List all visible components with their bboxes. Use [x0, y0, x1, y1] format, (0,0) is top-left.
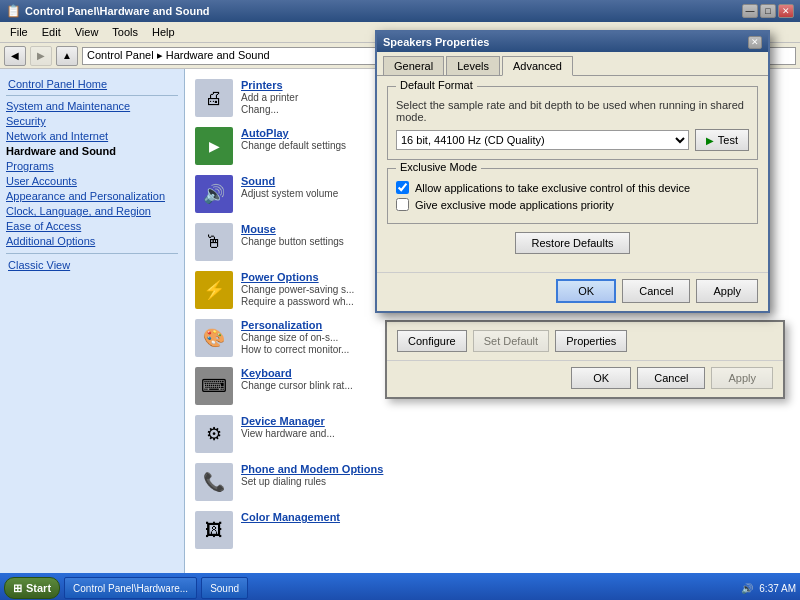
clock: 6:37 AM	[759, 583, 796, 594]
mouse-icon: 🖱	[195, 223, 233, 261]
properties-button[interactable]: Properties	[555, 330, 627, 352]
phone-icon: 📞	[195, 463, 233, 501]
device-manager-text: Device Manager View hardware and...	[241, 415, 790, 439]
taskbar-item-control-panel[interactable]: Control Panel\Hardware...	[64, 577, 197, 599]
default-format-desc: Select the sample rate and bit depth to …	[396, 99, 749, 123]
list-item[interactable]: 📞 Phone and Modem Options Set up dialing…	[191, 459, 794, 505]
set-default-button[interactable]: Set Default	[473, 330, 549, 352]
title-bar: 📋 Control Panel\Hardware and Sound — □ ✕	[0, 0, 800, 22]
default-format-title: Default Format	[396, 79, 477, 91]
speakers-tabs: General Levels Advanced	[377, 52, 768, 76]
sound-bottom-buttons: OK Cancel Apply	[387, 361, 783, 397]
speakers-dialog: Speakers Properties ✕ General Levels Adv…	[375, 30, 770, 313]
menu-file[interactable]: File	[4, 24, 34, 40]
default-format-content: Select the sample rate and bit depth to …	[396, 95, 749, 151]
sound-dialog-row: Configure Set Default Properties	[387, 322, 783, 361]
color-mgmt-text: Color Management	[241, 511, 790, 523]
device-manager-icon: ⚙	[195, 415, 233, 453]
tab-advanced[interactable]: Advanced	[502, 56, 573, 76]
forward-button[interactable]: ▶	[30, 46, 52, 66]
list-item[interactable]: 🖼 Color Management	[191, 507, 794, 553]
test-label: Test	[718, 134, 738, 146]
speakers-ok-button[interactable]: OK	[556, 279, 616, 303]
sidebar-item-network[interactable]: Network and Internet	[6, 130, 178, 142]
configure-button[interactable]: Configure	[397, 330, 467, 352]
phone-text: Phone and Modem Options Set up dialing r…	[241, 463, 790, 487]
start-button[interactable]: ⊞ Start	[4, 577, 60, 599]
speakers-apply-button[interactable]: Apply	[696, 279, 758, 303]
system-tray: 🔊	[741, 583, 753, 594]
list-item[interactable]: ⚙ Device Manager View hardware and...	[191, 411, 794, 457]
up-button[interactable]: ▲	[56, 46, 78, 66]
exclusive-check1-row: Allow applications to take exclusive con…	[396, 181, 749, 194]
maximize-button[interactable]: □	[760, 4, 776, 18]
tab-general[interactable]: General	[383, 56, 444, 75]
speakers-dialog-titlebar: Speakers Properties ✕	[377, 32, 768, 52]
device-manager-title[interactable]: Device Manager	[241, 415, 790, 427]
restore-defaults-button[interactable]: Restore Defaults	[515, 232, 631, 254]
speakers-dialog-buttons: OK Cancel Apply	[377, 272, 768, 311]
sound-apply-button[interactable]: Apply	[711, 367, 773, 389]
exclusive-mode-content: Allow applications to take exclusive con…	[396, 177, 749, 211]
exclusive-check1-label: Allow applications to take exclusive con…	[415, 182, 690, 194]
sidebar-divider-2	[6, 253, 178, 254]
default-format-group: Default Format Select the sample rate an…	[387, 86, 758, 160]
exclusive-mode-group: Exclusive Mode Allow applications to tak…	[387, 168, 758, 224]
sidebar-item-security[interactable]: Security	[6, 115, 178, 127]
sidebar-item-programs[interactable]: Programs	[6, 160, 178, 172]
printers-icon: 🖨	[195, 79, 233, 117]
speakers-dialog-title: Speakers Properties	[383, 36, 489, 48]
keyboard-icon: ⌨	[195, 367, 233, 405]
sidebar-item-clock[interactable]: Clock, Language, and Region	[6, 205, 178, 217]
app-icon: 📋	[6, 4, 21, 18]
phone-desc1: Set up dialing rules	[241, 476, 790, 487]
taskbar-item-sound[interactable]: Sound	[201, 577, 248, 599]
exclusive-mode-title: Exclusive Mode	[396, 161, 481, 173]
sidebar-item-appearance[interactable]: Appearance and Personalization	[6, 190, 178, 202]
window-controls: — □ ✕	[742, 4, 794, 18]
minimize-button[interactable]: —	[742, 4, 758, 18]
sound-cancel-button[interactable]: Cancel	[637, 367, 705, 389]
sound-ok-button[interactable]: OK	[571, 367, 631, 389]
exclusive-check2[interactable]	[396, 198, 409, 211]
sidebar-item-system[interactable]: System and Maintenance	[6, 100, 178, 112]
test-button[interactable]: ▶ Test	[695, 129, 749, 151]
start-label: Start	[26, 582, 51, 594]
sidebar-item-user-accounts[interactable]: User Accounts	[6, 175, 178, 187]
play-icon: ▶	[706, 135, 714, 146]
device-manager-desc1: View hardware and...	[241, 428, 790, 439]
personalization-icon: 🎨	[195, 319, 233, 357]
autoplay-icon: ▶	[195, 127, 233, 165]
start-icon: ⊞	[13, 582, 22, 595]
phone-title[interactable]: Phone and Modem Options	[241, 463, 790, 475]
sound-dialog-action-buttons: Configure Set Default Properties	[397, 330, 627, 352]
format-select[interactable]: 16 bit, 44100 Hz (CD Quality)16 bit, 480…	[396, 130, 689, 150]
sidebar: Control Panel Home System and Maintenanc…	[0, 69, 185, 573]
sidebar-classic-view[interactable]: Classic View	[6, 258, 178, 272]
taskbar-right: 🔊 6:37 AM	[741, 583, 796, 594]
menu-tools[interactable]: Tools	[106, 24, 144, 40]
sidebar-section: System and Maintenance Security Network …	[6, 100, 178, 247]
sound-dialog: Configure Set Default Properties OK Canc…	[385, 320, 785, 399]
back-button[interactable]: ◀	[4, 46, 26, 66]
sidebar-item-hardware[interactable]: Hardware and Sound	[6, 145, 178, 157]
menu-help[interactable]: Help	[146, 24, 181, 40]
tab-levels[interactable]: Levels	[446, 56, 500, 75]
speakers-dialog-content: Default Format Select the sample rate an…	[377, 76, 768, 272]
exclusive-check1[interactable]	[396, 181, 409, 194]
speakers-cancel-button[interactable]: Cancel	[622, 279, 690, 303]
menu-view[interactable]: View	[69, 24, 105, 40]
sidebar-divider-1	[6, 95, 178, 96]
exclusive-check2-row: Give exclusive mode applications priorit…	[396, 198, 749, 211]
sidebar-control-panel-home[interactable]: Control Panel Home	[6, 77, 178, 91]
speakers-close-button[interactable]: ✕	[748, 36, 762, 49]
sidebar-item-additional[interactable]: Additional Options	[6, 235, 178, 247]
menu-edit[interactable]: Edit	[36, 24, 67, 40]
title-bar-text: Control Panel\Hardware and Sound	[25, 5, 210, 17]
format-row: 16 bit, 44100 Hz (CD Quality)16 bit, 480…	[396, 129, 749, 151]
color-mgmt-icon: 🖼	[195, 511, 233, 549]
close-button[interactable]: ✕	[778, 4, 794, 18]
color-mgmt-title[interactable]: Color Management	[241, 511, 790, 523]
exclusive-check2-label: Give exclusive mode applications priorit…	[415, 199, 614, 211]
sidebar-item-ease[interactable]: Ease of Access	[6, 220, 178, 232]
